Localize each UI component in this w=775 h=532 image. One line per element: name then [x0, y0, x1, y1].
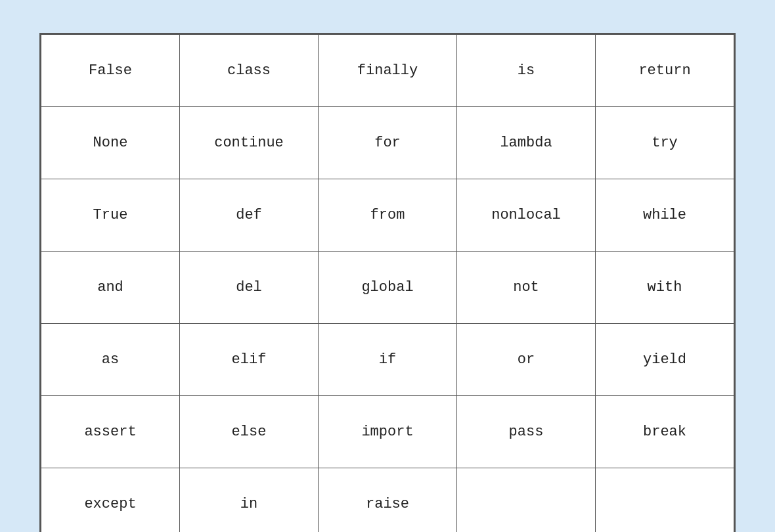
- keywords-table-container: FalseclassfinallyisreturnNonecontinuefor…: [39, 33, 736, 532]
- table-cell: True: [41, 179, 180, 252]
- table-cell: while: [596, 179, 734, 252]
- table-row: exceptinraise: [41, 468, 734, 533]
- table-row: Falseclassfinallyisreturn: [41, 35, 734, 107]
- table-cell: from: [319, 179, 457, 252]
- table-cell: pass: [457, 396, 596, 468]
- table-cell: class: [180, 35, 319, 107]
- table-cell: elif: [180, 324, 319, 396]
- table-cell: import: [319, 396, 457, 468]
- table-cell: if: [319, 324, 457, 396]
- table-row: anddelglobalnotwith: [41, 252, 734, 324]
- table-cell: global: [319, 252, 457, 324]
- table-cell: lambda: [457, 107, 596, 179]
- table-cell: except: [41, 468, 180, 533]
- table-cell: yield: [596, 324, 734, 396]
- table-cell: as: [41, 324, 180, 396]
- table-cell: return: [596, 35, 734, 107]
- table-row: Nonecontinueforlambdatry: [41, 107, 734, 179]
- table-cell: [596, 468, 734, 533]
- table-cell: False: [41, 35, 180, 107]
- table-cell: def: [180, 179, 319, 252]
- table-cell: assert: [41, 396, 180, 468]
- table-cell: None: [41, 107, 180, 179]
- table-cell: raise: [319, 468, 457, 533]
- table-cell: [457, 468, 596, 533]
- keywords-table: FalseclassfinallyisreturnNonecontinuefor…: [41, 34, 734, 532]
- table-cell: with: [596, 252, 734, 324]
- table-cell: continue: [180, 107, 319, 179]
- table-cell: nonlocal: [457, 179, 596, 252]
- table-cell: finally: [319, 35, 457, 107]
- table-cell: for: [319, 107, 457, 179]
- table-row: aselififoryield: [41, 324, 734, 396]
- table-cell: is: [457, 35, 596, 107]
- table-cell: and: [41, 252, 180, 324]
- table-row: assertelseimportpassbreak: [41, 396, 734, 468]
- table-row: Truedeffromnonlocalwhile: [41, 179, 734, 252]
- table-cell: try: [596, 107, 734, 179]
- table-cell: else: [180, 396, 319, 468]
- table-cell: not: [457, 252, 596, 324]
- table-cell: break: [596, 396, 734, 468]
- table-cell: del: [180, 252, 319, 324]
- table-cell: or: [457, 324, 596, 396]
- table-cell: in: [180, 468, 319, 533]
